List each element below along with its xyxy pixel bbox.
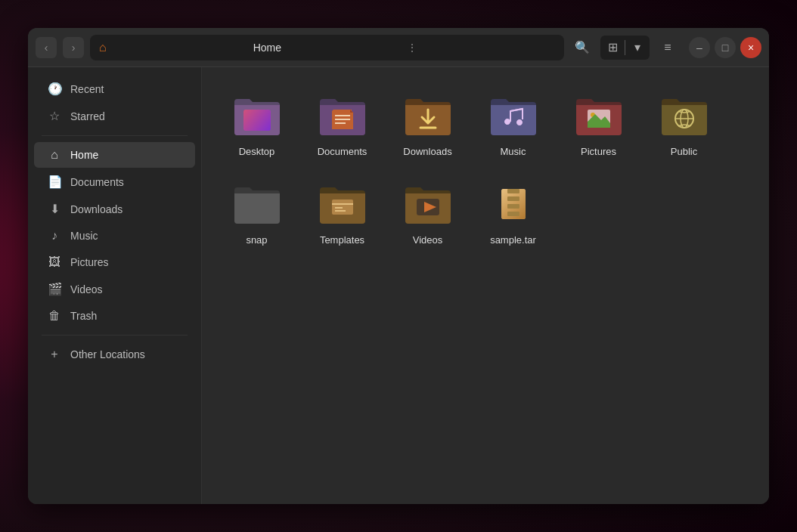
file-item-pictures[interactable]: Pictures [559,82,638,165]
sidebar-item-videos[interactable]: 🎬 Videos [34,276,195,302]
file-label-documents: Documents [318,146,367,159]
sidebar-item-home[interactable]: ⌂ Home [34,142,195,168]
file-label-downloads: Downloads [403,146,451,159]
starred-icon: ☆ [48,109,61,123]
home-location-icon: ⌂ [99,41,247,54]
main-content-area: 🕐 Recent ☆ Starred ⌂ Home 📄 Documents ⬇ … [28,67,769,504]
search-icon: 🔍 [575,40,590,54]
svg-rect-11 [332,200,353,215]
sidebar-item-starred[interactable]: ☆ Starred [34,103,195,129]
sidebar-item-documents-label: Documents [70,176,124,188]
minimize-button[interactable]: – [689,37,710,58]
close-icon: × [748,42,754,54]
music-icon: ♪ [48,229,61,243]
location-bar[interactable]: ⌂ Home ⋮ [90,35,564,60]
documents-icon: 📄 [48,175,61,189]
view-grid-button[interactable]: ⊞ [600,36,625,60]
search-button[interactable]: 🔍 [570,36,594,60]
folder-icon-public [660,91,709,140]
file-label-sample-tar: sample.tar [490,234,536,247]
file-item-videos[interactable]: Videos [388,171,467,253]
sidebar-item-pictures[interactable]: 🖼 Pictures [34,249,195,275]
chevron-down-icon: ▾ [634,40,640,54]
sidebar-divider-2 [42,335,188,336]
sidebar-item-pictures-label: Pictures [70,256,109,268]
svg-rect-21 [507,212,519,216]
sidebar: 🕐 Recent ☆ Starred ⌂ Home 📄 Documents ⬇ … [28,67,202,504]
sidebar-item-home-label: Home [70,149,98,161]
file-label-desktop: Desktop [239,146,275,159]
recent-icon: 🕐 [48,82,61,96]
folder-icon-music [489,91,538,140]
view-dropdown-button[interactable]: ▾ [625,36,650,60]
sidebar-item-recent-label: Recent [70,83,104,95]
file-item-music[interactable]: Music [473,82,553,165]
close-button[interactable]: × [740,37,761,58]
folder-icon-templates [318,180,367,228]
file-label-music: Music [501,146,526,159]
sidebar-item-music-label: Music [70,230,98,242]
folder-icon-pictures [575,91,623,140]
file-item-documents[interactable]: Documents [302,82,382,165]
minimize-icon: – [696,42,702,54]
sidebar-item-other-locations-label: Other Locations [70,348,145,360]
file-label-snap: snap [246,234,267,247]
file-item-downloads[interactable]: Downloads [388,82,467,165]
files-area: Desktop D [202,67,769,504]
folder-icon-documents [318,91,367,140]
sidebar-divider-1 [42,135,188,136]
file-item-snap[interactable]: snap [217,171,296,253]
file-label-templates: Templates [320,234,364,247]
view-toggle-group: ⊞ ▾ [600,36,650,60]
sidebar-item-recent[interactable]: 🕐 Recent [34,76,195,102]
svg-rect-19 [507,196,519,201]
file-item-desktop[interactable]: Desktop [217,82,296,165]
sidebar-item-starred-label: Starred [70,110,105,122]
forward-icon: › [72,42,76,54]
location-text: Home [253,42,402,54]
folder-icon-snap [233,180,281,228]
file-manager-window: ‹ › ⌂ Home ⋮ 🔍 ⊞ ▾ ≡ – [28,28,769,504]
location-menu-button[interactable]: ⋮ [407,42,555,54]
file-item-public[interactable]: Public [644,82,724,165]
maximize-icon: □ [722,42,728,54]
sidebar-item-other-locations[interactable]: + Other Locations [34,342,195,367]
files-grid: Desktop D [217,82,754,253]
sidebar-item-documents[interactable]: 📄 Documents [34,169,195,195]
sidebar-item-videos-label: Videos [70,283,103,295]
sidebar-item-downloads-label: Downloads [70,203,122,215]
hamburger-icon: ≡ [664,41,671,54]
svg-rect-20 [507,204,519,209]
file-label-pictures: Pictures [581,146,616,159]
videos-icon: 🎬 [48,282,61,296]
other-locations-icon: + [48,348,61,361]
sidebar-item-music[interactable]: ♪ Music [34,223,195,249]
sidebar-item-downloads[interactable]: ⬇ Downloads [34,196,195,222]
folder-icon-desktop [233,91,281,140]
titlebar: ‹ › ⌂ Home ⋮ 🔍 ⊞ ▾ ≡ – [28,28,769,67]
sidebar-item-trash[interactable]: 🗑 Trash [34,303,195,329]
archive-icon-sample-tar [489,180,538,228]
svg-rect-18 [507,189,519,193]
downloads-icon: ⬇ [48,202,61,216]
file-label-videos: Videos [413,234,443,247]
menu-button[interactable]: ≡ [656,36,680,60]
forward-button[interactable]: › [63,37,84,58]
grid-view-icon: ⊞ [608,40,618,54]
back-icon: ‹ [45,42,48,54]
maximize-button[interactable]: □ [715,37,736,58]
file-label-public: Public [671,146,697,159]
trash-icon: 🗑 [48,309,61,323]
sidebar-item-trash-label: Trash [70,310,97,322]
home-icon: ⌂ [48,148,61,162]
folder-icon-downloads [404,91,452,140]
folder-icon-videos [404,180,452,228]
pictures-icon: 🖼 [48,255,61,269]
file-item-sample-tar[interactable]: sample.tar [473,171,553,253]
file-item-templates[interactable]: Templates [302,171,382,253]
window-controls: – □ × [689,37,761,58]
back-button[interactable]: ‹ [36,37,57,58]
svg-rect-0 [243,110,271,131]
